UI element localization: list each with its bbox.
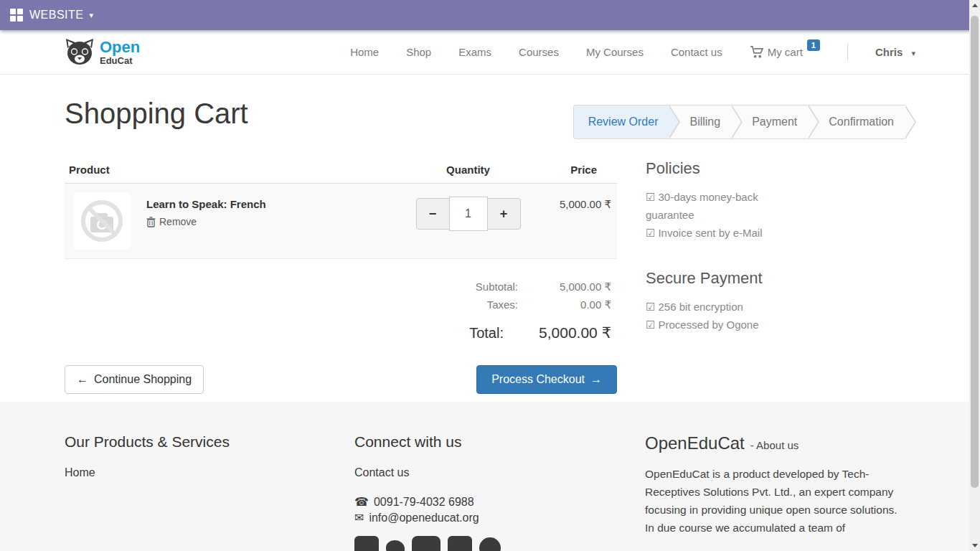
policy-item: ☑30-days money-back guarantee [646, 188, 796, 224]
no-image-icon [79, 198, 125, 244]
cart-table: Product Quantity Price [65, 159, 617, 259]
checkbox-icon: ☑ [646, 191, 655, 203]
remove-button[interactable]: Remove [146, 216, 266, 227]
footer-contact-link[interactable]: Contact us [354, 466, 645, 479]
cart-count-badge: 1 [807, 39, 820, 51]
policies-block: Policies ☑30-days money-back guarantee ☑… [646, 159, 796, 242]
logo-open-label: Open [100, 39, 140, 55]
secure-payment-block: Secure Payment ☑256 bit encryption ☑Proc… [646, 269, 796, 334]
total-line: Total: 5,000.00 ₹ [418, 321, 611, 345]
cart-column: Product Quantity Price [65, 159, 617, 394]
site-header: Open EduCat Home Shop Exams Courses My C… [0, 30, 980, 75]
about-paragraph: In due course we accumulated a team of [645, 519, 908, 537]
linkedin-icon[interactable] [412, 536, 440, 551]
cart-actions: ← Continue Shopping Process Checkout → [65, 365, 617, 394]
trash-icon [146, 217, 156, 227]
apps-grid-icon [10, 9, 23, 22]
quantity-increase-button[interactable]: + [487, 198, 521, 230]
nav-courses[interactable]: Courses [519, 46, 559, 58]
twitter-icon[interactable] [386, 540, 405, 551]
scroll-down-button[interactable] [969, 540, 980, 551]
website-menu[interactable]: WEBSITE [29, 9, 84, 22]
my-cart-label: My cart [768, 46, 803, 58]
footer-email[interactable]: ✉ info@openeducat.org [354, 511, 645, 524]
subtotal-value: 5,000.00 ₹ [518, 278, 611, 296]
arrow-right-icon: → [590, 373, 602, 386]
quantity-cell: − + [402, 192, 534, 250]
totals-block: Subtotal: 5,000.00 ₹ Taxes: 0.00 ₹ Total… [65, 278, 617, 345]
table-row: Learn to Speak: French Remove [65, 184, 617, 259]
secure-item-label: Processed by Ogone [658, 319, 758, 331]
process-checkout-label: Process Checkout [491, 373, 585, 386]
footer: Our Products & Services Home Connect wit… [0, 402, 980, 551]
checkbox-icon: ☑ [646, 319, 655, 331]
chevron-down-icon[interactable]: ▾ [90, 11, 94, 19]
product-cell: Learn to Speak: French Remove [73, 192, 402, 250]
google-plus-icon[interactable] [479, 537, 501, 551]
arrow-left-icon: ← [77, 373, 88, 386]
secure-item-label: 256 bit encryption [658, 301, 743, 313]
nav-shop[interactable]: Shop [406, 46, 431, 58]
cart-icon [750, 46, 763, 59]
footer-about-col: OpenEduCat - About us OpenEduCat is a pr… [645, 433, 908, 551]
about-suffix: - About us [750, 439, 799, 451]
col-price: Price [534, 164, 617, 176]
step-confirmation[interactable]: Confirmation [809, 105, 905, 139]
footer-phone: ☎ 0091-79-4032 6988 [354, 495, 645, 509]
quantity-input[interactable] [449, 197, 488, 231]
nav-exams[interactable]: Exams [458, 46, 491, 58]
price-value: 5,000.00 ₹ [534, 192, 617, 250]
taxes-line: Taxes: 0.00 ₹ [432, 296, 611, 314]
checkout-steps: Review Order Billing Payment Confirmatio… [573, 105, 905, 139]
footer-connect-col: Connect with us Contact us ☎ 0091-79-403… [354, 433, 645, 551]
continue-shopping-label: Continue Shopping [94, 373, 192, 386]
product-image-placeholder [73, 192, 131, 250]
step-payment[interactable]: Payment [732, 105, 809, 139]
youtube-icon[interactable] [448, 536, 472, 551]
checkbox-icon: ☑ [646, 227, 655, 239]
scrollbar[interactable] [969, 0, 980, 551]
phone-icon: ☎ [354, 495, 369, 509]
sidebar: Policies ☑30-days money-back guarantee ☑… [646, 159, 796, 394]
site-logo[interactable]: Open EduCat [65, 38, 140, 67]
step-review-order[interactable]: Review Order [573, 105, 670, 139]
user-name: Chris [875, 46, 903, 58]
product-info: Learn to Speak: French Remove [146, 192, 266, 250]
process-checkout-button[interactable]: Process Checkout → [476, 365, 617, 394]
nav-home[interactable]: Home [350, 46, 379, 58]
footer-products-title: Our Products & Services [65, 433, 354, 451]
phone-number: 0091-79-4032 6988 [374, 496, 474, 509]
logo-text: Open EduCat [100, 39, 140, 65]
chevron-down-icon: ▾ [911, 50, 915, 57]
continue-shopping-button[interactable]: ← Continue Shopping [65, 365, 204, 394]
secure-item: ☑Processed by Ogone [646, 316, 796, 334]
cart-table-header: Product Quantity Price [65, 159, 617, 184]
scrollbar-thumb[interactable] [971, 16, 979, 488]
facebook-icon[interactable] [354, 536, 379, 551]
secure-item: ☑256 bit encryption [646, 298, 796, 316]
social-links [354, 536, 645, 551]
checkbox-icon: ☑ [646, 301, 655, 313]
about-brand: OpenEduCat [645, 433, 745, 453]
product-name[interactable]: Learn to Speak: French [146, 198, 266, 210]
title-row: Shopping Cart Review Order Billing Payme… [65, 98, 915, 139]
user-menu[interactable]: Chris ▾ [875, 46, 915, 58]
policy-item-label: Invoice sent by e-Mail [658, 227, 762, 239]
page-title: Shopping Cart [65, 98, 248, 130]
logo-educat-label: EduCat [100, 56, 140, 65]
my-cart-link[interactable]: My cart 1 [750, 46, 820, 59]
quantity-decrease-button[interactable]: − [416, 198, 450, 230]
subtotal-label: Subtotal: [432, 278, 518, 296]
nav-my-courses[interactable]: My Courses [586, 46, 644, 58]
nav-contact-us[interactable]: Contact us [671, 46, 722, 58]
policy-item-label: 30-days money-back guarantee [646, 191, 758, 221]
footer-home-link[interactable]: Home [65, 466, 354, 479]
about-paragraph: OpenEduCat is a product developed by Tec… [645, 465, 908, 519]
main-nav: Home Shop Exams Courses My Courses Conta… [350, 44, 915, 61]
footer-products-col: Our Products & Services Home [65, 433, 354, 551]
scroll-up-button[interactable] [969, 0, 980, 11]
main-content: Shopping Cart Review Order Billing Payme… [0, 75, 980, 402]
subtotal-line: Subtotal: 5,000.00 ₹ [432, 278, 611, 296]
email-icon: ✉ [354, 511, 364, 524]
admin-topbar: WEBSITE ▾ [0, 0, 980, 30]
